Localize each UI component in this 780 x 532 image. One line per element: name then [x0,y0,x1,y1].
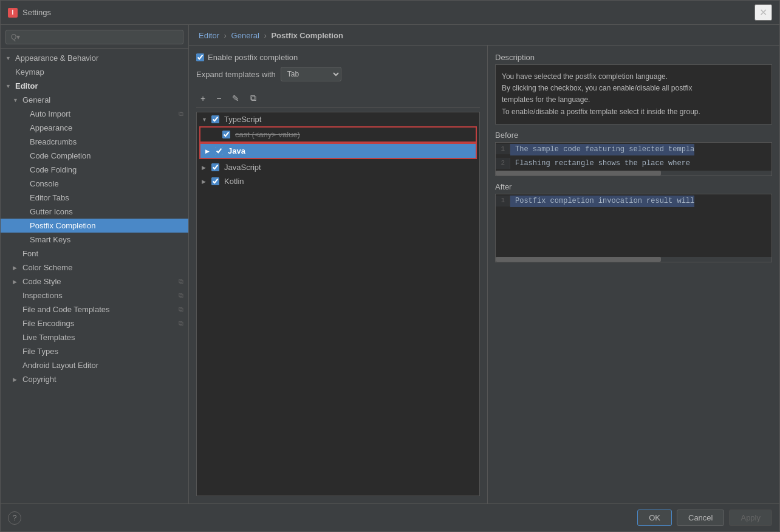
sidebar-item-copyright[interactable]: ▶ Copyright [1,372,188,386]
app-icon: I [8,8,18,18]
sidebar-item-color_scheme[interactable]: ▶ Color Scheme [1,261,188,275]
breadcrumb-sep2: › [264,31,266,40]
after-empty-area [496,208,771,257]
ok-button[interactable]: OK [637,510,672,526]
sidebar-item-android_layout_editor[interactable]: Android Layout Editor [1,358,188,372]
sidebar-item-code_completion[interactable]: Code Completion [1,149,188,163]
template-item-cast[interactable]: cast (<any> value) [200,128,476,142]
line-code: Flashing rectangle shows the place where [510,158,690,169]
sidebar-item-file_code_templates[interactable]: File and Code Templates ⧉ [1,302,188,316]
help-button[interactable]: ? [8,511,21,525]
apply-button[interactable]: Apply [729,510,772,526]
sidebar-item-file_encodings[interactable]: File Encodings ⧉ [1,316,188,330]
sidebar-item-editor[interactable]: ▼ Editor [1,79,188,93]
tmpl-arrow-icon: ▶ [205,148,213,154]
line-number: 1 [496,196,510,206]
breadcrumb-sep1: › [224,31,227,40]
template-checkbox-cast[interactable] [222,131,230,138]
sidebar-item-label: Inspections [22,291,63,300]
template-item-java[interactable]: ▶ Java [200,144,476,158]
after-label: After [495,182,772,191]
close-button[interactable]: ✕ [754,4,772,21]
copy-icon: ⧉ [179,305,183,313]
toolbar-row: + − ✎ ⧉ [196,89,480,108]
bottom-bar: ? OK Cancel Apply [1,503,779,531]
template-checkbox-javascript[interactable] [211,163,219,171]
sidebar-item-code_folding[interactable]: Code Folding [1,163,188,177]
content-area: Enable postfix completion Expand templat… [189,46,779,503]
edit-button[interactable]: ✎ [228,91,244,105]
sidebar-item-label: Copyright [22,375,56,384]
tmpl-arrow-icon: ▼ [202,117,209,123]
sidebar-item-appearance_behavior[interactable]: ▼ Appearance & Behavior [1,51,188,65]
description-text: You have selected the postfix completion… [495,64,772,124]
sidebar-item-breadcrumbs[interactable]: Breadcrumbs [1,135,188,149]
template-checkbox-kotlin[interactable] [211,177,219,185]
after-line-1: 1 Postfix completion invocation result w… [496,194,771,208]
title-bar: I Settings ✕ [1,1,779,25]
center-content: Enable postfix completion Expand templat… [189,46,488,503]
template-label-typescript: TypeScript [224,115,261,124]
cancel-button[interactable]: Cancel [677,510,724,526]
template-item-javascript[interactable]: ▶ JavaScript [197,160,479,174]
sidebar-item-console[interactable]: Console [1,177,188,191]
line-number: 2 [496,158,510,169]
sidebar-item-font[interactable]: Font [1,247,188,261]
description-panel: Description You have selected the postfi… [488,46,779,503]
window-title: Settings [22,8,51,17]
sidebar-item-live_templates[interactable]: Live Templates [1,330,188,344]
sidebar-item-label: Smart Keys [30,235,70,244]
settings-window: I Settings ✕ ▼ Appearance & Behavior Key… [0,0,780,532]
scrollbar[interactable] [496,257,771,262]
add-button[interactable]: + [196,91,210,105]
scrollbar-thumb [496,171,661,176]
sidebar-item-smart_keys[interactable]: Smart Keys [1,233,188,247]
before-line-1: 1 The sample code featuring selected tem… [496,143,771,157]
sidebar-item-label: Android Layout Editor [22,361,98,370]
template-item-typescript[interactable]: ▼ TypeScript [197,112,479,126]
expand-dropdown[interactable]: Tab Enter Tab or Enter [281,67,341,81]
sidebar-item-keymap[interactable]: Keymap [1,65,188,79]
sidebar-item-auto_import[interactable]: Auto Import ⧉ [1,107,188,121]
breadcrumb: Editor › General › Postfix Completion [189,25,779,46]
arrow-icon: ▼ [13,97,20,103]
template-checkbox-java[interactable] [215,147,223,155]
copy-icon: ⧉ [179,319,183,327]
expand-text: Expand templates with [196,70,276,79]
enable-postfix-checkbox[interactable] [196,53,204,61]
settings-tree: ▼ Appearance & Behavior Keymap ▼ Editor … [1,49,188,503]
sidebar-item-postfix_completion[interactable]: Postfix Completion [1,219,188,233]
arrow-icon: ▶ [13,377,20,383]
copy-button[interactable]: ⧉ [246,91,261,105]
tmpl-arrow-icon: ▶ [202,165,209,171]
after-code-box: 1 Postfix completion invocation result w… [495,194,772,262]
sidebar-item-editor_tabs[interactable]: Editor Tabs [1,191,188,205]
enable-postfix-label[interactable]: Enable postfix completion [196,53,298,62]
line-code: Postfix completion invocation result wil… [510,196,694,207]
sidebar-item-label: File Encodings [22,319,74,328]
sidebar-item-label: Postfix Completion [30,221,95,230]
sidebar-item-label: Live Templates [22,333,75,342]
sidebar-item-label: Color Scheme [22,263,72,272]
breadcrumb-part2: General [231,31,259,40]
before-label: Before [495,131,772,140]
template-label-kotlin: Kotlin [224,177,244,186]
template-checkbox-typescript[interactable] [211,115,219,123]
sidebar-item-appearance[interactable]: Appearance [1,121,188,135]
enable-postfix-text: Enable postfix completion [208,53,298,62]
sidebar-item-file_types[interactable]: File Types [1,344,188,358]
sidebar-item-code_style[interactable]: ▶ Code Style ⧉ [1,275,188,288]
sidebar-item-label: Font [22,249,38,258]
template-label-java: Java [228,146,245,155]
sidebar-item-inspections[interactable]: Inspections ⧉ [1,288,188,302]
scrollbar[interactable] [496,171,771,176]
search-input[interactable] [5,30,183,44]
template-item-kotlin[interactable]: ▶ Kotlin [197,174,479,188]
remove-button[interactable]: − [212,91,225,105]
sidebar-item-gutter_icons[interactable]: Gutter Icons [1,205,188,219]
sidebar-item-label: File Types [22,347,58,356]
arrow-icon: ▶ [13,279,20,285]
arrow-icon: ▼ [5,55,13,61]
sidebar-item-general[interactable]: ▼ General [1,93,188,107]
sidebar-item-label: Breadcrumbs [30,137,77,146]
